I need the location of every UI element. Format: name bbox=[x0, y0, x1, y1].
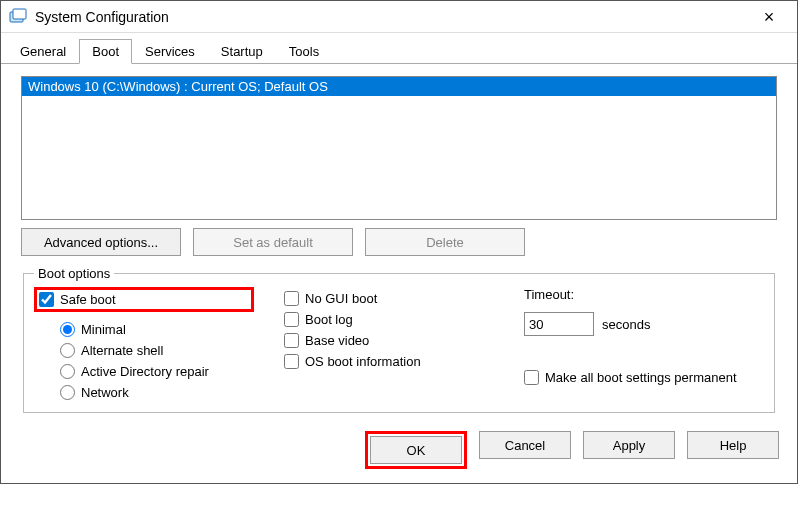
alt-shell-label: Alternate shell bbox=[81, 343, 163, 358]
alt-shell-radio[interactable]: Alternate shell bbox=[60, 343, 254, 358]
safe-boot-label: Safe boot bbox=[60, 292, 116, 307]
boot-buttons: Advanced options... Set as default Delet… bbox=[21, 228, 777, 256]
set-default-button: Set as default bbox=[193, 228, 353, 256]
no-gui-label: No GUI boot bbox=[305, 291, 377, 306]
boot-options-legend: Boot options bbox=[34, 266, 114, 281]
tab-startup[interactable]: Startup bbox=[208, 39, 276, 64]
advanced-options-button[interactable]: Advanced options... bbox=[21, 228, 181, 256]
window: System Configuration × General Boot Serv… bbox=[0, 0, 798, 484]
boot-options-group: Boot options Safe boot Minimal bbox=[23, 266, 775, 413]
tab-content: Windows 10 (C:\Windows) : Current OS; De… bbox=[1, 64, 797, 421]
alt-shell-input[interactable] bbox=[60, 343, 75, 358]
ad-repair-label: Active Directory repair bbox=[81, 364, 209, 379]
os-boot-info-input[interactable] bbox=[284, 354, 299, 369]
safe-boot-mode-group: Minimal Alternate shell Active Directory… bbox=[60, 322, 254, 400]
tab-general[interactable]: General bbox=[7, 39, 79, 64]
minimal-input[interactable] bbox=[60, 322, 75, 337]
dialog-footer: OK Cancel Apply Help bbox=[1, 421, 797, 483]
network-input[interactable] bbox=[60, 385, 75, 400]
cancel-button[interactable]: Cancel bbox=[479, 431, 571, 459]
svg-rect-1 bbox=[13, 9, 26, 19]
boot-log-checkbox[interactable]: Boot log bbox=[284, 312, 494, 327]
ad-repair-input[interactable] bbox=[60, 364, 75, 379]
tab-tools[interactable]: Tools bbox=[276, 39, 332, 64]
base-video-input[interactable] bbox=[284, 333, 299, 348]
tab-bar: General Boot Services Startup Tools bbox=[1, 39, 797, 64]
tab-services[interactable]: Services bbox=[132, 39, 208, 64]
base-video-checkbox[interactable]: Base video bbox=[284, 333, 494, 348]
tab-boot[interactable]: Boot bbox=[79, 39, 132, 64]
help-button[interactable]: Help bbox=[687, 431, 779, 459]
network-radio[interactable]: Network bbox=[60, 385, 254, 400]
titlebar: System Configuration × bbox=[1, 1, 797, 33]
ok-button[interactable]: OK bbox=[370, 436, 462, 464]
window-title: System Configuration bbox=[35, 9, 749, 25]
no-gui-checkbox[interactable]: No GUI boot bbox=[284, 291, 494, 306]
delete-button: Delete bbox=[365, 228, 525, 256]
safe-boot-checkbox[interactable]: Safe boot bbox=[39, 292, 116, 307]
safe-boot-input[interactable] bbox=[39, 292, 54, 307]
base-video-label: Base video bbox=[305, 333, 369, 348]
permanent-checkbox[interactable]: Make all boot settings permanent bbox=[524, 370, 737, 385]
timeout-label: Timeout: bbox=[524, 287, 737, 302]
timeout-input[interactable] bbox=[524, 312, 594, 336]
permanent-input[interactable] bbox=[524, 370, 539, 385]
boot-log-label: Boot log bbox=[305, 312, 353, 327]
os-entry[interactable]: Windows 10 (C:\Windows) : Current OS; De… bbox=[22, 77, 776, 96]
app-icon bbox=[9, 8, 27, 26]
timeout-unit: seconds bbox=[602, 317, 650, 332]
os-boot-info-checkbox[interactable]: OS boot information bbox=[284, 354, 494, 369]
minimal-radio[interactable]: Minimal bbox=[60, 322, 254, 337]
ad-repair-radio[interactable]: Active Directory repair bbox=[60, 364, 254, 379]
network-label: Network bbox=[81, 385, 129, 400]
minimal-label: Minimal bbox=[81, 322, 126, 337]
close-icon[interactable]: × bbox=[749, 8, 789, 26]
permanent-label: Make all boot settings permanent bbox=[545, 370, 737, 385]
boot-log-input[interactable] bbox=[284, 312, 299, 327]
apply-button[interactable]: Apply bbox=[583, 431, 675, 459]
no-gui-input[interactable] bbox=[284, 291, 299, 306]
os-list[interactable]: Windows 10 (C:\Windows) : Current OS; De… bbox=[21, 76, 777, 220]
os-boot-info-label: OS boot information bbox=[305, 354, 421, 369]
